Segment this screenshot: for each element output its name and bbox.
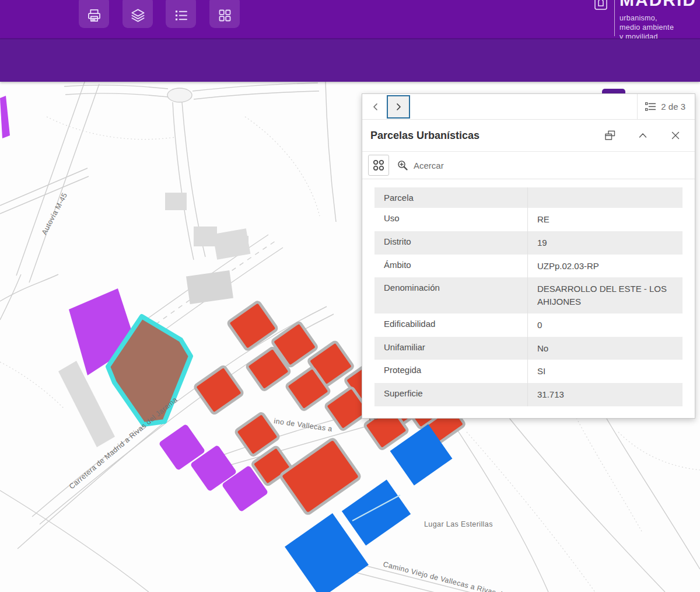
previous-feature-button[interactable]	[367, 98, 384, 116]
logo-divider	[614, 0, 615, 36]
feature-popup: 2 de 3 Parcelas Urbanísticas	[362, 93, 695, 419]
table-row: Uso RE	[374, 208, 682, 231]
table-row: Parcela	[374, 187, 682, 208]
table-row: Protegida SI	[374, 360, 682, 383]
row-value: No	[527, 337, 682, 360]
map-label-camino-1: ino de Vallecas a	[274, 417, 333, 433]
table-row: Distrito 19	[374, 231, 682, 255]
table-row: Edificabilidad 0	[374, 314, 682, 337]
row-value: SI	[527, 360, 682, 383]
feature-list-icon	[645, 102, 656, 111]
parcel-red	[228, 301, 278, 350]
close-popup-button[interactable]	[669, 129, 682, 142]
header-lower-band	[0, 39, 700, 82]
row-label: Distrito	[374, 231, 527, 255]
legend-list-icon	[173, 8, 189, 23]
app-window: Autovía M-45 Carretera de Madrid a Rivas…	[0, 0, 700, 592]
row-label: Unifamiliar	[374, 337, 527, 360]
row-label: Superficie	[374, 383, 527, 406]
row-label: Parcela	[374, 187, 527, 208]
logo-subtitle-line: y movilidad	[620, 32, 674, 39]
row-label: Denominación	[374, 277, 527, 314]
pagination-count: 2 de 3	[661, 102, 685, 112]
parcel-purple	[0, 96, 10, 138]
row-label: Uso	[374, 208, 527, 231]
popup-pagination-bar: 2 de 3	[362, 94, 695, 120]
map-label-lugar: Lugar Las Esterillas	[424, 520, 493, 528]
print-button[interactable]	[79, 0, 109, 28]
layers-icon	[130, 8, 146, 23]
legend-button[interactable]	[166, 0, 196, 28]
layers-button[interactable]	[123, 0, 153, 28]
table-row: Ámbito UZPp.02.03-RP	[374, 255, 682, 278]
table-row: Denominación DESARROLLO DEL ESTE - LOS A…	[374, 277, 682, 314]
madrid-crest-icon	[593, 0, 609, 11]
parcel-blue	[342, 480, 411, 546]
table-row: Superficie 31.713	[374, 383, 682, 406]
map-label-camino-viejo: Camino Viejo de Vallecas a Rivas del Jar…	[382, 560, 526, 592]
row-label: Ámbito	[374, 255, 527, 278]
parcel-red	[194, 365, 243, 414]
map-label-autovia: Autovía M-45	[40, 191, 69, 236]
popup-title: Parcelas Urbanísticas	[370, 130, 584, 142]
feature-list-toggle[interactable]: 2 de 3	[637, 94, 695, 119]
zoom-to-label: Acercar	[414, 161, 444, 170]
row-label: Edificabilidad	[374, 314, 527, 337]
feature-menu-button[interactable]	[368, 155, 389, 176]
four-circles-icon	[372, 158, 386, 172]
table-row: Unifamiliar No	[374, 337, 682, 360]
dock-popup-button[interactable]	[604, 129, 617, 142]
row-value: 0	[527, 314, 682, 337]
row-value: UZPp.02.03-RP	[527, 255, 682, 278]
parcel-red	[280, 438, 361, 514]
logo-subtitle-line: urbanismo,	[620, 13, 674, 23]
row-value	[527, 187, 682, 208]
popup-title-bar: Parcelas Urbanísticas	[362, 120, 695, 151]
close-icon	[670, 130, 681, 141]
chevron-right-icon	[394, 103, 402, 111]
row-label: Protegida	[374, 360, 527, 383]
zoom-in-icon	[397, 159, 408, 171]
header-top-bar: MADRID urbanismo, medio ambiente y movil…	[0, 0, 700, 39]
attribute-table: Parcela Uso RE Distrito 19 Ámbito UZPp.0…	[362, 179, 695, 418]
chevron-up-icon	[637, 130, 649, 141]
purple-parcels[interactable]	[0, 96, 268, 512]
collapse-popup-button[interactable]	[636, 129, 649, 142]
row-value: 19	[527, 231, 682, 255]
zoom-to-action[interactable]: Acercar	[397, 159, 444, 171]
row-value: DESARROLLO DEL ESTE - LOS AHIJONES	[527, 277, 682, 314]
print-icon	[86, 8, 102, 23]
next-feature-button[interactable]	[387, 95, 410, 119]
popup-action-bar: Acercar	[362, 151, 695, 179]
madrid-logo-subtitle: urbanismo, medio ambiente y movilidad	[620, 13, 674, 39]
row-value: RE	[527, 208, 682, 231]
grid-icon	[217, 8, 233, 23]
chevron-left-icon	[372, 103, 380, 111]
dock-window-icon	[604, 130, 616, 141]
row-value: 31.713	[527, 383, 682, 406]
basemap-grid-button[interactable]	[209, 0, 240, 28]
logo-subtitle-line: medio ambiente	[620, 23, 674, 32]
madrid-logo-title: MADRID	[620, 0, 696, 10]
